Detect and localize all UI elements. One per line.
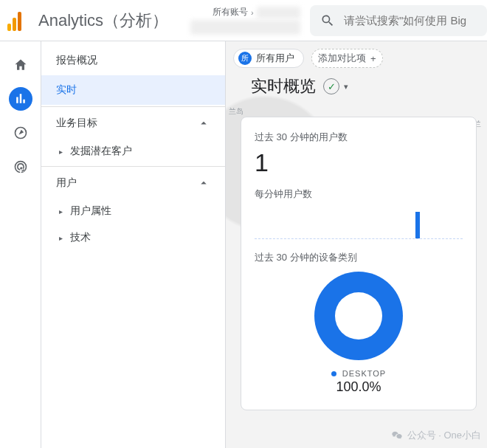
caret-right-icon: ▸: [59, 148, 63, 156]
nav-realtime[interactable]: 实时: [41, 75, 225, 105]
breadcrumb-property-redacted[interactable]: [190, 20, 300, 35]
nav-label: 用户属性: [70, 204, 111, 218]
chevron-down-icon: ▾: [344, 82, 348, 92]
nav-label: 用户: [56, 176, 77, 190]
map-label: 兰岛: [229, 106, 244, 117]
caret-right-icon: ▸: [59, 234, 63, 242]
chip-label: 添加对比项: [318, 52, 366, 65]
spark-bar: [415, 212, 420, 238]
chevron-right-icon: ›: [251, 8, 254, 17]
rail-home[interactable]: [9, 53, 32, 77]
chip-row: 所 所有用户 添加对比项 +: [226, 41, 487, 74]
nav-label: 实时: [56, 83, 77, 97]
nav-label: 技术: [70, 231, 91, 244]
plus-icon: +: [370, 53, 376, 64]
donut-legend: DESKTOP: [331, 369, 386, 378]
per-min-label: 每分钟用户数: [255, 187, 463, 201]
chip-add-compare[interactable]: 添加对比项 +: [311, 49, 383, 68]
realtime-card: 过去 30 分钟的用户数 1 每分钟用户数 过去 30 分钟的设备类别 DESK…: [241, 117, 477, 410]
page-heading-row: 实时概览 ✓ ▾: [226, 74, 487, 106]
per-minute-sparkline: [255, 205, 463, 239]
nav-label: 业务目标: [56, 117, 97, 130]
rail-explore[interactable]: [9, 121, 32, 145]
explore-icon: [13, 125, 28, 140]
status-dropdown[interactable]: ✓: [323, 78, 339, 94]
wechat-icon: [391, 430, 403, 441]
legend-dot-icon: [331, 371, 336, 376]
watermark: 公众号 · One小白: [391, 429, 481, 442]
divider: [41, 166, 225, 167]
bar-chart-icon: [13, 92, 28, 106]
nav-item-tech[interactable]: ▸ 技术: [41, 224, 225, 251]
legend-percent: 100.0%: [336, 379, 381, 395]
nav-item-user-attr[interactable]: ▸ 用户属性: [41, 198, 225, 224]
left-rail: [0, 41, 41, 448]
watermark-text: 公众号 · One小白: [407, 429, 481, 442]
breadcrumb[interactable]: 所有账号 ›: [213, 6, 300, 18]
users-30m-value: 1: [255, 148, 463, 177]
nav-label: 报告概况: [56, 54, 97, 67]
chevron-up-icon: [197, 117, 210, 130]
app-title: Analytics（分析）: [38, 10, 168, 32]
divider: [41, 106, 225, 107]
side-nav: 报告概况 实时 业务目标 ▸ 发掘潜在客户 用户 ▸ 用户属性 ▸ 技术: [41, 41, 226, 448]
top-bar: Analytics（分析） 所有账号 ›: [0, 0, 487, 41]
search-box[interactable]: [310, 5, 487, 36]
chip-all-users[interactable]: 所 所有用户: [233, 49, 304, 68]
caret-right-icon: ▸: [59, 207, 63, 216]
devices-label: 过去 30 分钟的设备类别: [255, 251, 463, 264]
page-title: 实时概览: [251, 75, 316, 97]
target-click-icon: [13, 159, 28, 174]
nav-report-overview[interactable]: 报告概况: [41, 46, 225, 75]
legend-label: DESKTOP: [342, 369, 386, 378]
device-donut-chart: [314, 272, 403, 360]
rail-advertising[interactable]: [9, 155, 32, 179]
breadcrumb-top: 所有账号: [213, 6, 248, 18]
nav-section-business[interactable]: 业务目标: [41, 108, 225, 138]
device-donut-wrap: DESKTOP 100.0%: [255, 272, 463, 395]
chip-label: 所有用户: [256, 52, 294, 65]
nav-section-users[interactable]: 用户: [41, 168, 225, 198]
rail-reports[interactable]: [9, 87, 32, 111]
search-input[interactable]: [344, 14, 477, 27]
breadcrumb-redacted: [257, 7, 300, 18]
main-area: 兰岛 芬兰 所 所有用户 添加对比项 + 实时概览 ✓ ▾ 过去 30 分钟的用…: [226, 41, 487, 448]
home-icon: [13, 58, 28, 72]
nav-label: 发掘潜在客户: [70, 145, 132, 158]
nav-item-potential[interactable]: ▸ 发掘潜在客户: [41, 138, 225, 165]
chevron-up-icon: [197, 176, 210, 190]
donut-hole: [335, 292, 382, 340]
chip-badge: 所: [238, 52, 252, 65]
check-icon: ✓: [328, 81, 336, 92]
ga-logo-icon: [7, 10, 28, 31]
search-icon: [320, 13, 335, 28]
users-30m-label: 过去 30 分钟的用户数: [255, 131, 463, 144]
